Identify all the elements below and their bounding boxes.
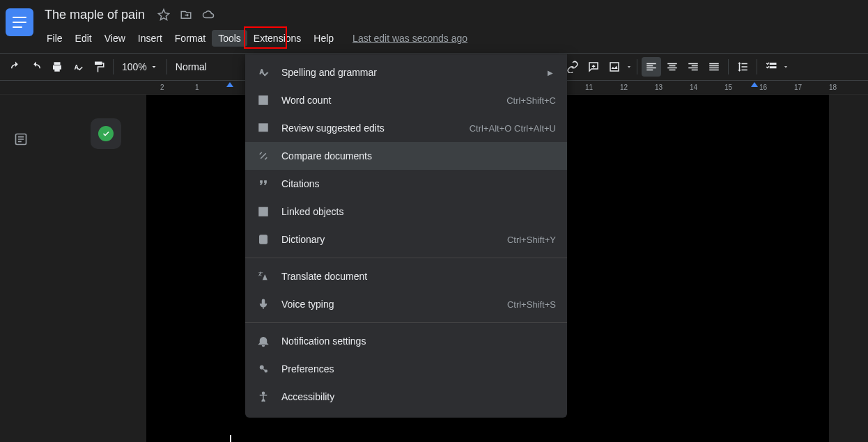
menu-help[interactable]: Help xyxy=(307,30,340,47)
menu-review-edits[interactable]: Review suggested edits Ctrl+Alt+O Ctrl+A… xyxy=(245,114,567,142)
ruler-mark: 16 xyxy=(759,84,767,91)
ruler-mark: 2 xyxy=(160,84,164,91)
menu-accessibility[interactable]: Accessibility xyxy=(245,383,567,411)
margin-marker[interactable] xyxy=(751,82,758,87)
menu-item-label: Notification settings xyxy=(281,336,556,347)
menu-notification-settings[interactable]: Notification settings xyxy=(245,327,567,355)
menu-tools[interactable]: Tools xyxy=(212,30,247,47)
menu-separator xyxy=(245,258,567,258)
menu-item-label: Linked objects xyxy=(281,206,556,217)
accessibility-icon xyxy=(256,390,270,404)
tools-dropdown: Spelling and grammar ▶ Word count Ctrl+S… xyxy=(245,54,567,418)
last-edit-info[interactable]: Last edit was seconds ago xyxy=(352,33,467,44)
menu-bar: File Edit View Insert Format Tools Exten… xyxy=(40,28,467,49)
insert-image-button[interactable] xyxy=(605,57,624,77)
menu-dictionary[interactable]: Dictionary Ctrl+Shift+Y xyxy=(245,226,567,253)
microphone-icon xyxy=(256,297,270,311)
menu-translate[interactable]: Translate document xyxy=(245,262,567,290)
outline-toggle-button[interactable] xyxy=(11,129,31,149)
menu-file[interactable]: File xyxy=(40,30,69,47)
checklist-button[interactable] xyxy=(761,57,781,77)
menu-item-label: Citations xyxy=(281,178,556,189)
align-right-button[interactable] xyxy=(683,57,703,77)
spellcheck-icon xyxy=(256,65,270,79)
ruler-mark: 12 xyxy=(620,84,628,91)
header: The maple of pain File Edit View Insert … xyxy=(0,0,868,53)
chevron-down-icon[interactable] xyxy=(782,63,789,70)
menu-format[interactable]: Format xyxy=(169,30,212,47)
zoom-selector[interactable]: 100% xyxy=(118,61,162,72)
menu-item-shortcut: Ctrl+Alt+O Ctrl+Alt+U xyxy=(470,123,556,134)
ruler-mark: 15 xyxy=(724,84,732,91)
menu-item-shortcut: Ctrl+Shift+Y xyxy=(507,235,556,245)
line-spacing-button[interactable] xyxy=(733,57,752,77)
ruler-mark: 14 xyxy=(690,84,697,91)
spellcheck-badge[interactable] xyxy=(91,118,121,149)
citations-icon xyxy=(256,177,270,191)
redo-button[interactable] xyxy=(26,57,46,77)
svg-rect-2 xyxy=(259,124,268,132)
menu-item-label: Word count xyxy=(281,95,495,106)
indent-marker[interactable] xyxy=(226,82,233,87)
menu-item-label: Accessibility xyxy=(281,391,556,402)
menu-item-label: Spelling and grammar xyxy=(281,67,536,78)
menu-separator xyxy=(245,322,567,323)
document-title[interactable]: The maple of pain xyxy=(40,8,149,22)
ruler-mark: 11 xyxy=(585,84,593,91)
svg-point-6 xyxy=(261,366,264,370)
menu-word-count[interactable]: Word count Ctrl+Shift+C xyxy=(245,86,567,114)
menu-spelling-grammar[interactable]: Spelling and grammar ▶ xyxy=(245,58,567,86)
ruler-mark: 17 xyxy=(794,84,802,91)
submenu-arrow-icon: ▶ xyxy=(548,69,556,77)
menu-linked-objects[interactable]: Linked objects xyxy=(245,198,567,226)
menu-item-shortcut: Ctrl+Shift+C xyxy=(506,95,556,106)
menu-item-label: Compare documents xyxy=(281,150,556,161)
menu-item-label: Voice typing xyxy=(281,299,496,310)
menu-item-label: Review suggested edits xyxy=(281,123,458,134)
linked-objects-icon xyxy=(256,205,270,219)
undo-button[interactable] xyxy=(6,57,25,77)
print-button[interactable] xyxy=(47,57,67,77)
paint-format-button[interactable] xyxy=(89,57,109,77)
text-cursor xyxy=(230,435,231,442)
menu-view[interactable]: View xyxy=(98,30,132,47)
menu-insert[interactable]: Insert xyxy=(132,30,169,47)
svg-point-8 xyxy=(263,392,265,394)
align-center-button[interactable] xyxy=(662,57,682,77)
move-icon[interactable] xyxy=(180,8,192,21)
svg-point-7 xyxy=(265,370,267,372)
menu-extensions[interactable]: Extensions xyxy=(247,30,307,47)
word-count-icon xyxy=(256,93,270,107)
style-selector[interactable]: Normal xyxy=(171,61,211,72)
ruler-mark: 18 xyxy=(829,84,837,91)
review-icon xyxy=(256,121,270,135)
align-justify-button[interactable] xyxy=(704,57,724,77)
menu-preferences[interactable]: Preferences xyxy=(245,355,567,383)
bell-icon xyxy=(256,334,270,348)
menu-edit[interactable]: Edit xyxy=(69,30,98,47)
translate-icon xyxy=(256,269,270,283)
docs-logo[interactable] xyxy=(6,8,33,36)
menu-item-shortcut: Ctrl+Shift+S xyxy=(507,299,556,310)
compare-icon xyxy=(256,149,270,163)
menu-voice-typing[interactable]: Voice typing Ctrl+Shift+S xyxy=(245,290,567,318)
add-comment-button[interactable] xyxy=(584,57,603,77)
ruler-mark: 1 xyxy=(195,84,199,91)
dictionary-icon xyxy=(256,232,270,246)
cloud-icon[interactable] xyxy=(202,8,215,21)
menu-item-label: Dictionary xyxy=(281,234,496,245)
chevron-down-icon[interactable] xyxy=(626,63,633,70)
menu-citations[interactable]: Citations xyxy=(245,170,567,198)
align-left-button[interactable] xyxy=(642,57,661,77)
menu-item-label: Translate document xyxy=(281,271,556,282)
star-icon[interactable] xyxy=(157,8,170,21)
spellcheck-button[interactable] xyxy=(68,57,88,77)
ruler-mark: 13 xyxy=(655,84,662,91)
menu-compare-documents[interactable]: Compare documents xyxy=(245,142,567,170)
preferences-icon xyxy=(256,362,270,376)
menu-item-label: Preferences xyxy=(281,363,556,374)
